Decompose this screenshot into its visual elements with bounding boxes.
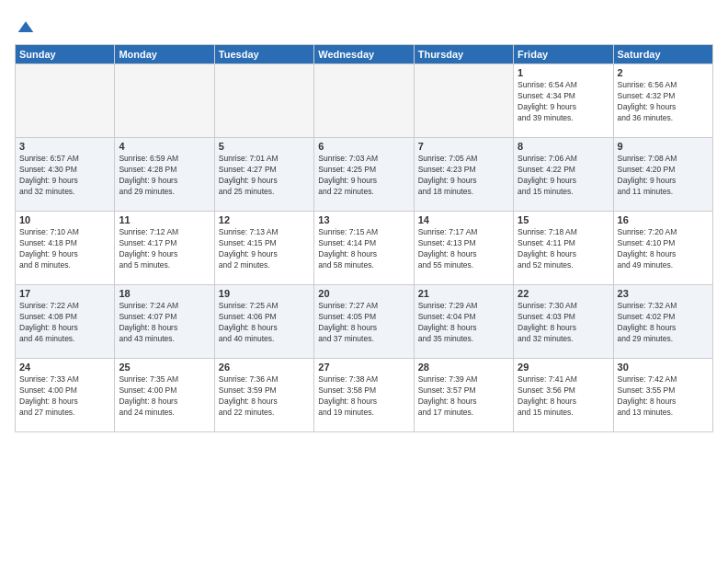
day-number: 27	[318, 362, 409, 373]
day-number: 20	[318, 288, 409, 299]
logo	[15, 18, 35, 37]
day-info: Sunrise: 7:38 AM Sunset: 3:58 PM Dayligh…	[318, 374, 409, 419]
calendar-cell: 23Sunrise: 7:32 AM Sunset: 4:02 PM Dayli…	[613, 285, 712, 359]
day-number: 13	[318, 214, 409, 225]
calendar-week-row: 10Sunrise: 7:10 AM Sunset: 4:18 PM Dayli…	[16, 212, 713, 285]
day-info: Sunrise: 7:06 AM Sunset: 4:22 PM Dayligh…	[518, 154, 609, 198]
calendar-cell: 6Sunrise: 7:03 AM Sunset: 4:25 PM Daylig…	[314, 138, 414, 212]
weekday-header: Tuesday	[214, 45, 313, 64]
day-info: Sunrise: 7:42 AM Sunset: 3:55 PM Dayligh…	[618, 374, 709, 419]
day-number: 22	[518, 288, 609, 299]
day-number: 28	[418, 362, 509, 373]
calendar-week-row: 3Sunrise: 6:57 AM Sunset: 4:30 PM Daylig…	[16, 138, 713, 212]
day-number: 18	[119, 288, 210, 299]
day-number: 2	[618, 67, 709, 78]
day-info: Sunrise: 7:25 AM Sunset: 4:06 PM Dayligh…	[219, 301, 310, 345]
calendar-cell	[314, 64, 414, 138]
calendar-week-row: 17Sunrise: 7:22 AM Sunset: 4:08 PM Dayli…	[16, 285, 713, 359]
day-info: Sunrise: 7:33 AM Sunset: 4:00 PM Dayligh…	[19, 374, 110, 419]
day-number: 3	[19, 141, 110, 152]
calendar-week-row: 1Sunrise: 6:54 AM Sunset: 4:34 PM Daylig…	[16, 64, 713, 138]
day-number: 6	[318, 141, 409, 152]
day-info: Sunrise: 7:05 AM Sunset: 4:23 PM Dayligh…	[418, 154, 509, 198]
day-number: 14	[418, 214, 509, 225]
day-number: 12	[219, 214, 310, 225]
day-number: 9	[618, 141, 709, 152]
calendar-cell	[214, 64, 313, 138]
day-number: 30	[618, 362, 709, 373]
calendar-cell: 13Sunrise: 7:15 AM Sunset: 4:14 PM Dayli…	[314, 212, 414, 285]
calendar-cell: 18Sunrise: 7:24 AM Sunset: 4:07 PM Dayli…	[115, 285, 214, 359]
day-info: Sunrise: 7:27 AM Sunset: 4:05 PM Dayligh…	[318, 301, 409, 345]
day-info: Sunrise: 7:30 AM Sunset: 4:03 PM Dayligh…	[518, 301, 609, 345]
day-info: Sunrise: 7:24 AM Sunset: 4:07 PM Dayligh…	[119, 301, 210, 345]
day-number: 25	[119, 362, 210, 373]
weekday-header: Friday	[514, 45, 613, 64]
day-info: Sunrise: 7:12 AM Sunset: 4:17 PM Dayligh…	[119, 227, 210, 271]
calendar-cell: 19Sunrise: 7:25 AM Sunset: 4:06 PM Dayli…	[214, 285, 313, 359]
day-info: Sunrise: 6:56 AM Sunset: 4:32 PM Dayligh…	[618, 80, 709, 124]
calendar-cell: 30Sunrise: 7:42 AM Sunset: 3:55 PM Dayli…	[613, 359, 712, 432]
calendar-week-row: 24Sunrise: 7:33 AM Sunset: 4:00 PM Dayli…	[16, 359, 713, 432]
day-number: 4	[119, 141, 210, 152]
calendar-cell: 2Sunrise: 6:56 AM Sunset: 4:32 PM Daylig…	[613, 64, 712, 138]
day-info: Sunrise: 7:15 AM Sunset: 4:14 PM Dayligh…	[318, 227, 409, 271]
calendar-cell: 29Sunrise: 7:41 AM Sunset: 3:56 PM Dayli…	[514, 359, 613, 432]
day-number: 8	[518, 141, 609, 152]
calendar-cell: 11Sunrise: 7:12 AM Sunset: 4:17 PM Dayli…	[115, 212, 214, 285]
calendar-cell: 22Sunrise: 7:30 AM Sunset: 4:03 PM Dayli…	[514, 285, 613, 359]
day-info: Sunrise: 7:17 AM Sunset: 4:13 PM Dayligh…	[418, 227, 509, 271]
day-info: Sunrise: 7:22 AM Sunset: 4:08 PM Dayligh…	[19, 301, 110, 345]
calendar-cell: 1Sunrise: 6:54 AM Sunset: 4:34 PM Daylig…	[514, 64, 613, 138]
calendar-cell	[16, 64, 115, 138]
day-number: 23	[618, 288, 709, 299]
day-number: 7	[418, 141, 509, 152]
calendar-cell: 15Sunrise: 7:18 AM Sunset: 4:11 PM Dayli…	[514, 212, 613, 285]
calendar-cell: 20Sunrise: 7:27 AM Sunset: 4:05 PM Dayli…	[314, 285, 414, 359]
day-number: 1	[518, 67, 609, 78]
day-number: 19	[219, 288, 310, 299]
day-info: Sunrise: 7:29 AM Sunset: 4:04 PM Dayligh…	[418, 301, 509, 345]
day-info: Sunrise: 7:39 AM Sunset: 3:57 PM Dayligh…	[418, 374, 509, 419]
day-info: Sunrise: 7:36 AM Sunset: 3:59 PM Dayligh…	[219, 374, 310, 419]
day-info: Sunrise: 7:18 AM Sunset: 4:11 PM Dayligh…	[518, 227, 609, 271]
calendar-cell: 14Sunrise: 7:17 AM Sunset: 4:13 PM Dayli…	[414, 212, 513, 285]
calendar-cell	[115, 64, 214, 138]
weekday-header: Sunday	[16, 45, 115, 64]
day-number: 10	[19, 214, 110, 225]
weekday-header: Wednesday	[314, 45, 414, 64]
calendar: SundayMondayTuesdayWednesdayThursdayFrid…	[15, 44, 713, 432]
day-info: Sunrise: 6:57 AM Sunset: 4:30 PM Dayligh…	[19, 154, 110, 198]
calendar-cell	[414, 64, 513, 138]
weekday-header: Monday	[115, 45, 214, 64]
calendar-cell: 27Sunrise: 7:38 AM Sunset: 3:58 PM Dayli…	[314, 359, 414, 432]
day-number: 17	[19, 288, 110, 299]
calendar-cell: 8Sunrise: 7:06 AM Sunset: 4:22 PM Daylig…	[514, 138, 613, 212]
day-info: Sunrise: 7:32 AM Sunset: 4:02 PM Dayligh…	[618, 301, 709, 345]
logo-icon	[17, 18, 35, 37]
calendar-cell: 9Sunrise: 7:08 AM Sunset: 4:20 PM Daylig…	[613, 138, 712, 212]
calendar-cell: 12Sunrise: 7:13 AM Sunset: 4:15 PM Dayli…	[214, 212, 313, 285]
day-number: 15	[518, 214, 609, 225]
day-number: 24	[19, 362, 110, 373]
calendar-cell: 25Sunrise: 7:35 AM Sunset: 4:00 PM Dayli…	[115, 359, 214, 432]
day-info: Sunrise: 7:01 AM Sunset: 4:27 PM Dayligh…	[219, 154, 310, 198]
day-number: 21	[418, 288, 509, 299]
day-info: Sunrise: 7:20 AM Sunset: 4:10 PM Dayligh…	[618, 227, 709, 271]
page-header	[15, 15, 713, 37]
day-info: Sunrise: 7:03 AM Sunset: 4:25 PM Dayligh…	[318, 154, 409, 198]
day-info: Sunrise: 6:54 AM Sunset: 4:34 PM Dayligh…	[518, 80, 609, 124]
calendar-cell: 16Sunrise: 7:20 AM Sunset: 4:10 PM Dayli…	[613, 212, 712, 285]
day-number: 16	[618, 214, 709, 225]
calendar-cell: 24Sunrise: 7:33 AM Sunset: 4:00 PM Dayli…	[16, 359, 115, 432]
day-number: 5	[219, 141, 310, 152]
calendar-cell: 17Sunrise: 7:22 AM Sunset: 4:08 PM Dayli…	[16, 285, 115, 359]
day-info: Sunrise: 7:41 AM Sunset: 3:56 PM Dayligh…	[518, 374, 609, 419]
day-number: 26	[219, 362, 310, 373]
calendar-cell: 3Sunrise: 6:57 AM Sunset: 4:30 PM Daylig…	[16, 138, 115, 212]
day-number: 29	[518, 362, 609, 373]
calendar-cell: 21Sunrise: 7:29 AM Sunset: 4:04 PM Dayli…	[414, 285, 513, 359]
day-info: Sunrise: 6:59 AM Sunset: 4:28 PM Dayligh…	[119, 154, 210, 198]
calendar-cell: 4Sunrise: 6:59 AM Sunset: 4:28 PM Daylig…	[115, 138, 214, 212]
day-info: Sunrise: 7:10 AM Sunset: 4:18 PM Dayligh…	[19, 227, 110, 271]
